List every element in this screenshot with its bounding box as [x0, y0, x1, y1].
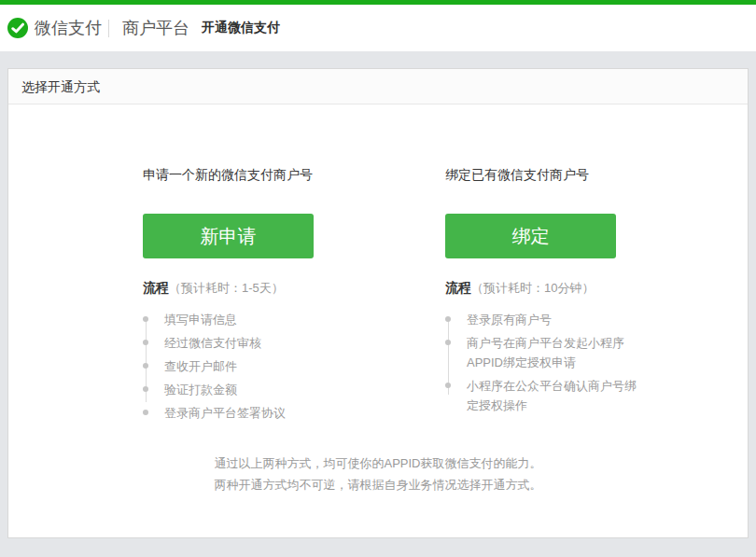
option-column-bind-existing: 绑定已有微信支付商户号 绑定 流程（预计耗时：10分钟） 登录原有商户号 商户号…	[445, 167, 748, 426]
header-divider	[108, 20, 109, 37]
new-application-process-line: 流程（预计耗时：1-5天）	[143, 280, 445, 297]
bind-process-line: 流程（预计耗时：10分钟）	[445, 280, 748, 297]
step-item: 登录原有商户号	[445, 310, 748, 329]
footer-note: 通过以上两种方式，均可使你的APPID获取微信支付的能力。 两种开通方式均不可逆…	[8, 453, 748, 495]
platform-name: 商户平台	[122, 17, 189, 39]
brand-link[interactable]: 微信支付	[7, 17, 102, 39]
footer-note-line: 通过以上两种方式，均可使你的APPID获取微信支付的能力。	[8, 453, 748, 474]
card-title: 选择开通方式	[8, 69, 748, 104]
step-item: 商户号在商户平台发起小程序 APPID绑定授权申请	[445, 333, 748, 372]
bind-button[interactable]: 绑定	[445, 214, 616, 258]
footer-note-line: 两种开通方式均不可逆，请根据自身业务情况选择开通方式。	[8, 474, 748, 495]
step-item: 验证打款金额	[143, 380, 445, 399]
option-column-new-application: 申请一个新的微信支付商户号 新申请 流程（预计耗时：1-5天） 填写申请信息 经…	[143, 167, 445, 426]
step-item: 登录商户平台签署协议	[143, 403, 445, 423]
top-header: 微信支付 商户平台 开通微信支付	[0, 5, 756, 51]
brand-name: 微信支付	[35, 17, 102, 39]
process-label: 流程	[445, 280, 471, 295]
wechat-pay-logo-icon	[7, 18, 28, 38]
activation-card: 选择开通方式 申请一个新的微信支付商户号 新申请 流程（预计耗时：1-5天） 填…	[7, 68, 749, 538]
bind-existing-heading: 绑定已有微信支付商户号	[445, 167, 748, 184]
step-item: 填写申请信息	[143, 310, 445, 329]
card-body: 申请一个新的微信支付商户号 新申请 流程（预计耗时：1-5天） 填写申请信息 经…	[8, 104, 748, 537]
new-application-button[interactable]: 新申请	[143, 214, 314, 258]
page-title: 开通微信支付	[202, 20, 280, 36]
new-application-steps: 填写申请信息 经过微信支付审核 查收开户邮件 验证打款金额 登录商户平台签署协议	[143, 310, 445, 423]
new-application-heading: 申请一个新的微信支付商户号	[143, 167, 445, 184]
bind-existing-steps: 登录原有商户号 商户号在商户平台发起小程序 APPID绑定授权申请 小程序在公众…	[445, 310, 748, 415]
option-columns: 申请一个新的微信支付商户号 新申请 流程（预计耗时：1-5天） 填写申请信息 经…	[8, 104, 748, 426]
step-item: 经过微信支付审核	[143, 333, 445, 353]
process-duration-note: （预计耗时：10分钟）	[471, 281, 594, 295]
main-area: 选择开通方式 申请一个新的微信支付商户号 新申请 流程（预计耗时：1-5天） 填…	[0, 51, 756, 538]
process-label: 流程	[143, 280, 169, 295]
process-duration-note: （预计耗时：1-5天）	[169, 281, 284, 295]
step-item: 小程序在公众平台确认商户号绑 定授权操作	[445, 376, 748, 415]
step-item: 查收开户邮件	[143, 356, 445, 376]
